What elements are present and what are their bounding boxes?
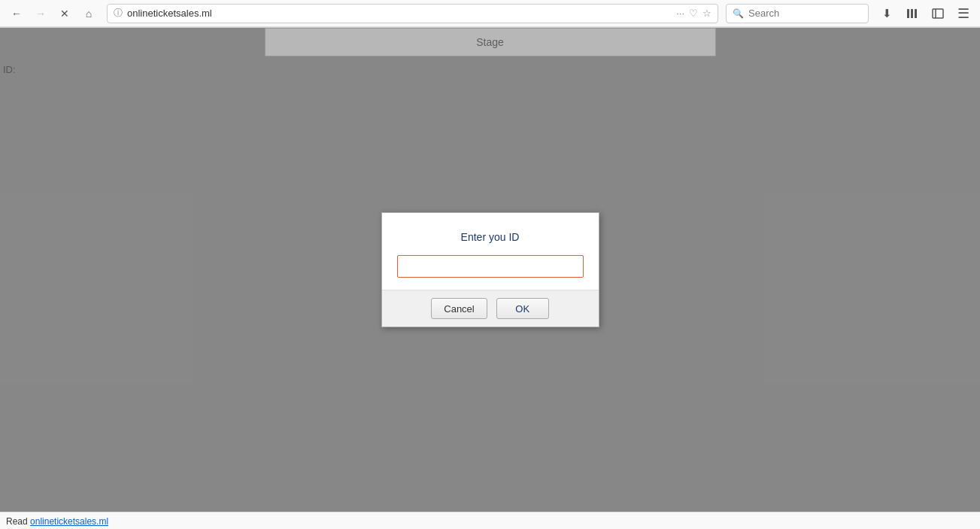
status-bar: Read onlineticketsales.ml <box>0 512 980 529</box>
pocket-icon[interactable]: ♡ <box>689 8 698 19</box>
more-icon[interactable]: ··· <box>676 8 684 19</box>
modal-dialog: Enter you ID Cancel OK <box>381 212 599 327</box>
download-button[interactable]: ⬇ <box>876 3 897 24</box>
modal-id-input[interactable] <box>397 255 584 278</box>
home-button[interactable]: ⌂ <box>78 3 99 24</box>
toolbar-right: ⬇ ☰ <box>876 3 974 24</box>
svg-rect-3 <box>933 9 943 18</box>
search-icon: 🔍 <box>733 8 744 19</box>
svg-rect-0 <box>907 9 909 18</box>
info-icon: ⓘ <box>114 7 123 20</box>
sidebar-button[interactable] <box>927 3 948 24</box>
modal-overlay: Enter you ID Cancel OK <box>0 28 980 512</box>
search-bar: 🔍 <box>726 4 869 23</box>
svg-rect-2 <box>915 9 917 18</box>
modal-title: Enter you ID <box>461 231 520 243</box>
bookmark-icon[interactable]: ☆ <box>702 8 711 19</box>
reload-stop-button[interactable]: ✕ <box>54 3 75 24</box>
ok-button[interactable]: OK <box>496 298 549 319</box>
search-input[interactable] <box>748 8 875 19</box>
status-link: onlineticketsales.ml <box>30 516 108 527</box>
back-button[interactable]: ← <box>6 3 27 24</box>
svg-rect-1 <box>911 9 913 18</box>
url-input[interactable] <box>127 8 672 19</box>
address-bar: ⓘ ··· ♡ ☆ <box>107 4 718 23</box>
status-text: Read onlineticketsales.ml <box>6 516 108 527</box>
library-button[interactable] <box>902 3 923 24</box>
menu-button[interactable]: ☰ <box>953 3 974 24</box>
forward-button[interactable]: → <box>30 3 51 24</box>
browser-toolbar: ← → ✕ ⌂ ⓘ ··· ♡ ☆ 🔍 ⬇ <box>0 0 980 27</box>
browser-chrome: ← → ✕ ⌂ ⓘ ··· ♡ ☆ 🔍 ⬇ <box>0 0 980 28</box>
modal-body: Enter you ID <box>382 213 599 290</box>
page-content: Stage ID: Enter you ID Cancel OK <box>0 28 980 512</box>
modal-footer: Cancel OK <box>382 290 599 327</box>
cancel-button[interactable]: Cancel <box>431 298 487 319</box>
address-bar-extra: ··· ♡ ☆ <box>676 8 711 19</box>
